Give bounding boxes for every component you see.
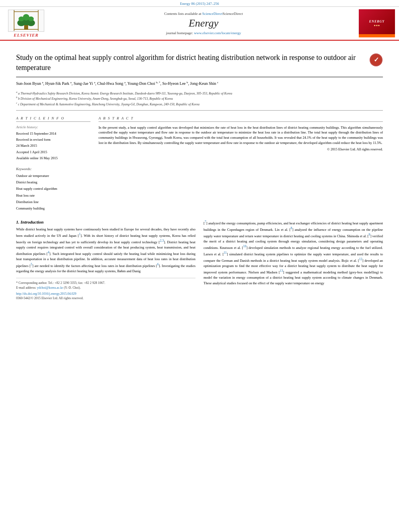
introduction-paragraph-1: While district heating heat supply syste…: [16, 227, 195, 274]
article-dates: Received 15 September 2014 Received in r…: [16, 131, 90, 161]
affiliation-b: b b Division of Mechanical Engineering, …: [16, 96, 383, 101]
keyword-3: Heat supply control algorithm: [16, 185, 90, 192]
revised-date: 24 March 2015: [16, 143, 90, 149]
homepage-link[interactable]: www.elsevier.com/locate/energy: [194, 31, 241, 35]
crossmark-badge: ✓: [369, 53, 383, 67]
journal-info-center: Contents lists available at ScienceDirec…: [48, 12, 359, 35]
elsevier-tree-image: [8, 10, 44, 32]
journal-header: ELSEVIER Contents lists available at Sci…: [0, 7, 399, 41]
keyword-4: Heat loss rate: [16, 192, 90, 199]
body-left-column: 1. Introduction While district heating h…: [16, 220, 195, 300]
article-info-header: A R T I C L E I N F O: [16, 116, 90, 122]
top-bar: Energy 86 (2015) 247–256: [0, 0, 399, 7]
keywords-list: Outdoor air temperature District heating…: [16, 173, 90, 212]
email-link[interactable]: ydchoi@korea.ac.kr: [37, 286, 63, 290]
footnotes: * Corresponding author. Tel.: +82 2 3290…: [16, 278, 195, 300]
energy-logo-text: ENERGY ■ ■ ■: [369, 20, 385, 27]
homepage-line: journal homepage: www.elsevier.com/locat…: [56, 31, 351, 35]
footnote-email: E-mail address: ydchoi@korea.ac.kr (Y.-D…: [16, 286, 195, 290]
energy-journal-logo: ENERGY ■ ■ ■: [359, 9, 395, 37]
abstract-text: In the present study, a heat supply cont…: [99, 125, 383, 146]
introduction-title: 1. Introduction: [16, 220, 195, 224]
svg-text:✓: ✓: [373, 56, 378, 63]
keyword-1: Outdoor air temperature: [16, 173, 90, 179]
contents-available-text: Contents lists available at ScienceDirec…: [56, 12, 351, 16]
article-info-column: A R T I C L E I N F O Article history: R…: [16, 116, 90, 212]
article-info-abstract: A R T I C L E I N F O Article history: R…: [16, 110, 383, 212]
main-body: 1. Introduction While district heating h…: [0, 212, 399, 304]
affiliation-a: a a Thermal-Hydraulics Safety Research D…: [16, 90, 383, 96]
abstract-copyright: © 2015 Elsevier Ltd. All rights reserved…: [99, 147, 383, 151]
affiliations: a a Thermal-Hydraulics Safety Research D…: [16, 89, 383, 110]
sciencedirect-link[interactable]: ScienceDirect: [202, 12, 222, 16]
article-content: Study on the optimal heat supply control…: [0, 41, 399, 212]
article-title: Study on the optimal heat supply control…: [16, 53, 369, 73]
journal-citation: Energy 86 (2015) 247–256: [180, 2, 219, 6]
accepted-date: Accepted 1 April 2015: [16, 149, 90, 155]
crossmark-icon: ✓: [370, 53, 383, 66]
svg-point-6: [28, 16, 34, 21]
keyword-6: Community building: [16, 205, 90, 212]
logo-stripe: [359, 34, 395, 37]
received-date: Received 15 September 2014: [16, 131, 90, 137]
keywords-section: Keywords: Outdoor air temperature Distri…: [16, 167, 90, 212]
doi-link[interactable]: http://dx.doi.org/10.1016/j.energy.2015.…: [16, 292, 195, 296]
svg-point-5: [19, 16, 24, 21]
elsevier-logo: ELSEVIER: [4, 10, 48, 37]
body-right-column: [7] analyzed the energy consumptions, pu…: [204, 220, 383, 300]
keyword-5: Distribution line: [16, 199, 90, 205]
keywords-title: Keywords:: [16, 167, 90, 171]
keyword-2: District heating: [16, 179, 90, 185]
introduction-paragraph-2: [7] analyzed the energy consumptions, pu…: [204, 220, 383, 286]
affiliation-c: c c Department of Mechanical & Automotiv…: [16, 101, 383, 107]
elsevier-wordmark: ELSEVIER: [14, 33, 39, 37]
history-label: Article history:: [16, 125, 90, 129]
available-date: Available online 16 May 2015: [16, 155, 90, 161]
authors-line: Sun-Joon Byun a, Hyun-Sik Park a, Sung-J…: [16, 77, 383, 88]
article-title-section: Study on the optimal heat supply control…: [16, 45, 383, 77]
issn-copyright: 0360-5442/© 2015 Elsevier Ltd. All right…: [16, 296, 195, 300]
abstract-column: A B S T R A C T In the present study, a …: [99, 116, 383, 212]
abstract-header: A B S T R A C T: [99, 116, 383, 122]
journal-title: Energy: [56, 17, 351, 29]
footnote-corresponding: * Corresponding author. Tel.: +82 2 3290…: [16, 281, 195, 286]
revised-label: Received in revised form: [16, 137, 90, 143]
